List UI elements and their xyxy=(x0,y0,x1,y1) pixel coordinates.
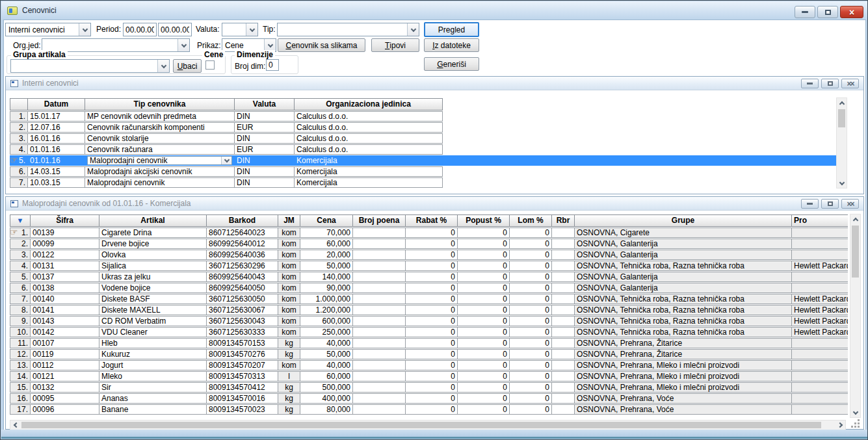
col-jm[interactable]: JM xyxy=(278,214,300,227)
row-number[interactable]: 12. xyxy=(10,349,31,359)
row-number[interactable]: 15. xyxy=(10,382,31,393)
pricelist-row[interactable]: 2.12.07.16Cenovnik računarskih komponent… xyxy=(10,122,836,133)
cell-rbr[interactable] xyxy=(552,349,575,359)
cell-broj-poena[interactable] xyxy=(353,404,406,415)
cell-sifra[interactable]: 00112 xyxy=(31,360,99,370)
cell-popust[interactable]: 0 xyxy=(458,338,510,348)
cell-rbr[interactable] xyxy=(552,294,575,304)
article-row[interactable]: 15.00132Sir8009134570412kg500,000000OSNO… xyxy=(10,382,848,393)
tipovi-button[interactable]: Tipovi xyxy=(371,38,419,52)
cell-rabat[interactable]: 0 xyxy=(406,371,458,382)
broj-dim-input[interactable] xyxy=(266,59,279,71)
row-number[interactable]: 4. xyxy=(10,144,28,155)
cell-broj-poena[interactable] xyxy=(353,227,406,238)
cell-datum[interactable]: 12.07.16 xyxy=(28,122,85,133)
tip-combobox[interactable] xyxy=(277,23,419,36)
cell-grupe[interactable]: OSNOVNA, Tehnička roba, Razna tehnička r… xyxy=(575,316,792,326)
cell-barkod[interactable]: 8009134570207 xyxy=(207,360,278,370)
cell-rabat[interactable]: 0 xyxy=(406,239,458,249)
row-number[interactable]: ☞1. xyxy=(10,227,31,238)
cell-sifra[interactable]: 00132 xyxy=(31,382,99,393)
cell-lom[interactable]: 0 xyxy=(510,305,552,315)
cell-datum[interactable]: 15.01.17 xyxy=(28,111,85,122)
cell-jm[interactable]: kom xyxy=(278,316,300,326)
cell-barkod[interactable]: 8009134570313 xyxy=(207,371,278,382)
detail-vscrollbar[interactable] xyxy=(850,214,861,418)
cell-lom[interactable]: 0 xyxy=(510,382,552,393)
cell-grupe[interactable]: OSNOVNA, Galanterija xyxy=(575,250,792,260)
cell-pro[interactable] xyxy=(792,338,848,348)
cell-pro[interactable] xyxy=(792,371,848,382)
cell-barkod[interactable]: 3607125630296 xyxy=(207,261,278,271)
close-button[interactable]: ×× xyxy=(841,199,859,209)
main-titlebar[interactable]: Cenovnici × xyxy=(1,1,867,19)
cell-cena[interactable]: 250,000 xyxy=(300,327,353,337)
cell-barkod[interactable]: 8009134570412 xyxy=(207,382,278,393)
cell-popust[interactable]: 0 xyxy=(458,294,510,304)
cell-barkod[interactable]: 8609925640036 xyxy=(207,250,278,260)
cell-lom[interactable]: 0 xyxy=(510,239,552,249)
cell-grupe[interactable]: OSNOVNA, Prehrana, Mleko i mlečni proizv… xyxy=(575,382,792,393)
cell-cena[interactable]: 20,000 xyxy=(300,250,353,260)
cell-pro[interactable] xyxy=(792,272,848,282)
generisi-button[interactable]: Generiši xyxy=(424,57,479,71)
cell-pro[interactable]: Hewlett Packard xyxy=(792,294,848,304)
cell-rabat[interactable]: 0 xyxy=(406,227,458,238)
cell-rabat[interactable]: 0 xyxy=(406,261,458,271)
cell-popust[interactable]: 0 xyxy=(458,250,510,260)
cell-tip-cenovnika[interactable]: Cenovnik računara xyxy=(85,144,235,155)
col-datum[interactable]: Datum xyxy=(28,98,85,110)
cell-broj-poena[interactable] xyxy=(353,360,406,370)
cell-datum[interactable]: 16.01.16 xyxy=(28,133,85,144)
article-row[interactable]: 11.00107Hleb8009134570153kg40,000000OSNO… xyxy=(10,338,848,348)
cell-rabat[interactable]: 0 xyxy=(406,305,458,315)
cell-barkod[interactable]: 3607125630050 xyxy=(207,294,278,304)
row-number[interactable]: 17. xyxy=(10,404,31,415)
cell-sifra[interactable]: 00107 xyxy=(31,338,99,348)
cell-pro[interactable]: Hewlett Packard xyxy=(792,316,848,326)
cell-lom[interactable]: 0 xyxy=(510,283,552,293)
cell-cena[interactable]: 60,000 xyxy=(300,239,353,249)
pricelist-row[interactable]: 4.01.01.16Cenovnik računaraEURCalculus d… xyxy=(10,144,836,155)
cell-sifra[interactable]: 00095 xyxy=(31,393,99,404)
cell-sifra[interactable]: 00140 xyxy=(31,294,99,304)
chevron-down-icon[interactable] xyxy=(221,157,231,164)
cell-pro[interactable]: Hewlett Packard xyxy=(792,305,848,315)
article-row[interactable]: 6.00138Vodene bojice8609925640050kom90,0… xyxy=(10,283,848,293)
row-number[interactable]: 2. xyxy=(10,122,28,133)
cell-popust[interactable]: 0 xyxy=(458,305,510,315)
cell-popust[interactable]: 0 xyxy=(458,393,510,404)
cell-popust[interactable]: 0 xyxy=(458,371,510,382)
row-number[interactable]: ☞5. xyxy=(10,155,28,166)
row-number[interactable]: 6. xyxy=(10,166,28,177)
cell-lom[interactable]: 0 xyxy=(510,360,552,370)
cell-lom[interactable]: 0 xyxy=(510,272,552,282)
scrollbar-thumb[interactable] xyxy=(838,109,845,127)
cell-pro[interactable] xyxy=(792,349,848,359)
cell-rbr[interactable] xyxy=(552,393,575,404)
cell-valuta[interactable]: EUR xyxy=(235,144,295,155)
period-from-input[interactable] xyxy=(123,23,157,36)
cell-grupe[interactable]: OSNOVNA, Prehrana, Mleko i mlečni proizv… xyxy=(575,371,792,382)
cell-popust[interactable]: 0 xyxy=(458,261,510,271)
pricelists-titlebar[interactable]: Interni cenovnici ×× xyxy=(6,77,863,90)
minimize-button[interactable] xyxy=(795,6,815,18)
row-number[interactable]: 11. xyxy=(10,338,31,348)
cell-org-jedinica[interactable]: Komercijala xyxy=(295,166,443,177)
cell-pro[interactable]: Hewlett Packard xyxy=(792,327,848,337)
ubaci-button[interactable]: Ubaci xyxy=(173,59,202,73)
cell-valuta[interactable]: DIN xyxy=(235,133,295,144)
cell-rbr[interactable] xyxy=(552,360,575,370)
col-org-jedinica[interactable]: Organizaciona jedinica xyxy=(295,98,443,110)
cell-datum[interactable]: 14.03.15 xyxy=(28,166,85,177)
cell-org-jedinica[interactable]: Calculus d.o.o. xyxy=(295,111,443,122)
cell-sifra[interactable]: 00099 xyxy=(31,239,99,249)
cell-sifra[interactable]: 00119 xyxy=(31,349,99,359)
cell-grupe[interactable]: OSNOVNA, Tehnička roba, Razna tehnička r… xyxy=(575,327,792,337)
article-row[interactable]: 13.00112Jogurt8009134570207kom40,000000O… xyxy=(10,360,848,370)
cell-valuta[interactable]: DIN xyxy=(235,177,295,188)
cell-jm[interactable]: kom xyxy=(278,227,300,238)
cell-rbr[interactable] xyxy=(552,305,575,315)
article-row[interactable]: 17.00096Banane8009134570023kg80,000000OS… xyxy=(10,404,848,415)
cell-cena[interactable]: 400,000 xyxy=(300,393,353,404)
